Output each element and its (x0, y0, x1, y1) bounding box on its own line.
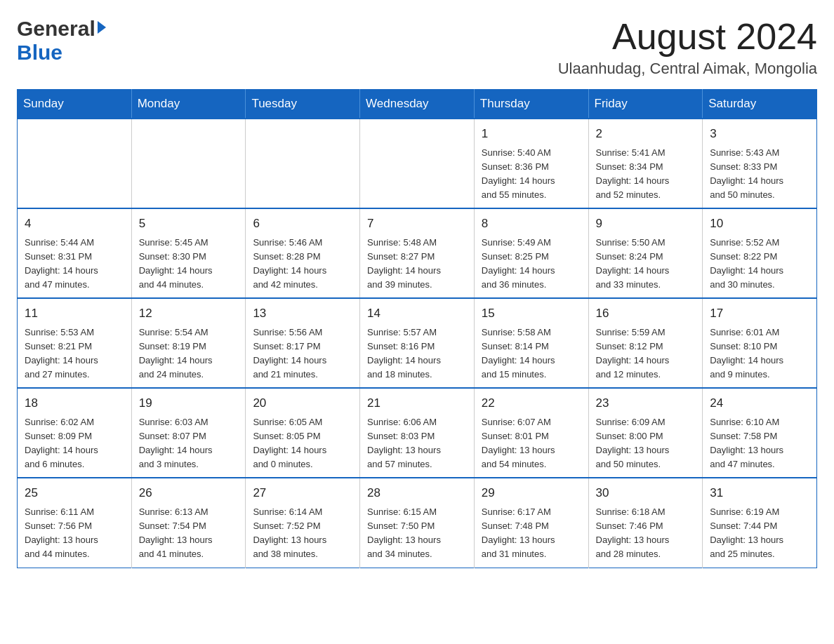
logo-blue-text: Blue (17, 41, 62, 64)
day-info: Sunrise: 6:19 AM Sunset: 7:44 PM Dayligh… (710, 505, 809, 562)
calendar-day-cell: 18Sunrise: 6:02 AM Sunset: 8:09 PM Dayli… (18, 388, 132, 478)
day-number: 22 (482, 394, 581, 412)
day-info: Sunrise: 5:50 AM Sunset: 8:24 PM Dayligh… (596, 236, 696, 293)
calendar-day-cell: 4Sunrise: 5:44 AM Sunset: 8:31 PM Daylig… (18, 208, 132, 298)
day-number: 20 (253, 394, 352, 412)
day-number: 11 (25, 304, 124, 323)
calendar-day-cell: 12Sunrise: 5:54 AM Sunset: 8:19 PM Dayli… (131, 298, 246, 388)
day-number: 18 (25, 394, 124, 412)
day-info: Sunrise: 6:18 AM Sunset: 7:46 PM Dayligh… (596, 505, 696, 562)
calendar-day-cell: 7Sunrise: 5:48 AM Sunset: 8:27 PM Daylig… (360, 208, 475, 298)
day-info: Sunrise: 5:54 AM Sunset: 8:19 PM Dayligh… (139, 326, 239, 382)
calendar-day-cell: 21Sunrise: 6:06 AM Sunset: 8:03 PM Dayli… (360, 388, 475, 478)
day-info: Sunrise: 5:57 AM Sunset: 8:16 PM Dayligh… (367, 326, 467, 382)
day-info: Sunrise: 6:09 AM Sunset: 8:00 PM Dayligh… (596, 415, 696, 472)
calendar-day-cell (131, 119, 246, 208)
page-header: General Blue August 2024 Ulaanhudag, Cen… (17, 17, 817, 78)
day-number: 17 (710, 304, 809, 323)
day-number: 14 (367, 304, 467, 323)
day-info: Sunrise: 5:56 AM Sunset: 8:17 PM Dayligh… (253, 326, 352, 382)
calendar-day-cell: 24Sunrise: 6:10 AM Sunset: 7:58 PM Dayli… (703, 388, 817, 478)
calendar-day-cell (246, 119, 360, 208)
calendar-day-cell: 27Sunrise: 6:14 AM Sunset: 7:52 PM Dayli… (246, 478, 360, 568)
day-number: 24 (710, 394, 809, 412)
calendar-day-cell: 20Sunrise: 6:05 AM Sunset: 8:05 PM Dayli… (246, 388, 360, 478)
logo: General Blue (17, 17, 106, 65)
calendar-day-cell: 28Sunrise: 6:15 AM Sunset: 7:50 PM Dayli… (360, 478, 475, 568)
title-block: August 2024 Ulaanhudag, Central Aimak, M… (558, 17, 817, 78)
calendar-day-cell: 29Sunrise: 6:17 AM Sunset: 7:48 PM Dayli… (474, 478, 588, 568)
day-info: Sunrise: 5:58 AM Sunset: 8:14 PM Dayligh… (482, 326, 581, 382)
day-info: Sunrise: 6:15 AM Sunset: 7:50 PM Dayligh… (367, 505, 467, 562)
calendar-day-cell: 1Sunrise: 5:40 AM Sunset: 8:36 PM Daylig… (474, 119, 588, 208)
day-info: Sunrise: 6:05 AM Sunset: 8:05 PM Dayligh… (253, 415, 352, 472)
day-number: 23 (596, 394, 696, 412)
calendar-day-cell: 2Sunrise: 5:41 AM Sunset: 8:34 PM Daylig… (588, 119, 703, 208)
logo-arrow-icon (98, 21, 106, 34)
day-number: 16 (596, 304, 696, 323)
calendar-day-cell: 16Sunrise: 5:59 AM Sunset: 8:12 PM Dayli… (588, 298, 703, 388)
day-info: Sunrise: 6:06 AM Sunset: 8:03 PM Dayligh… (367, 415, 467, 472)
day-of-week-header: Friday (588, 90, 703, 119)
day-number: 28 (367, 484, 467, 502)
day-info: Sunrise: 5:53 AM Sunset: 8:21 PM Dayligh… (25, 326, 124, 382)
calendar-day-cell: 8Sunrise: 5:49 AM Sunset: 8:25 PM Daylig… (474, 208, 588, 298)
calendar-day-cell: 10Sunrise: 5:52 AM Sunset: 8:22 PM Dayli… (703, 208, 817, 298)
day-info: Sunrise: 6:14 AM Sunset: 7:52 PM Dayligh… (253, 505, 352, 562)
day-number: 25 (25, 484, 124, 502)
day-number: 8 (482, 215, 581, 233)
day-info: Sunrise: 5:44 AM Sunset: 8:31 PM Dayligh… (25, 236, 124, 293)
calendar-day-cell: 26Sunrise: 6:13 AM Sunset: 7:54 PM Dayli… (131, 478, 246, 568)
day-of-week-header: Thursday (474, 90, 588, 119)
day-of-week-header: Wednesday (360, 90, 475, 119)
calendar-week-row: 4Sunrise: 5:44 AM Sunset: 8:31 PM Daylig… (18, 208, 817, 298)
calendar-day-cell: 13Sunrise: 5:56 AM Sunset: 8:17 PM Dayli… (246, 298, 360, 388)
calendar-day-cell: 5Sunrise: 5:45 AM Sunset: 8:30 PM Daylig… (131, 208, 246, 298)
day-of-week-header: Tuesday (246, 90, 360, 119)
day-number: 1 (482, 125, 581, 143)
day-number: 31 (710, 484, 809, 502)
day-info: Sunrise: 6:07 AM Sunset: 8:01 PM Dayligh… (482, 415, 581, 472)
calendar-week-row: 11Sunrise: 5:53 AM Sunset: 8:21 PM Dayli… (18, 298, 817, 388)
day-info: Sunrise: 6:02 AM Sunset: 8:09 PM Dayligh… (25, 415, 124, 472)
calendar-day-cell: 6Sunrise: 5:46 AM Sunset: 8:28 PM Daylig… (246, 208, 360, 298)
day-info: Sunrise: 6:03 AM Sunset: 8:07 PM Dayligh… (139, 415, 239, 472)
day-info: Sunrise: 5:45 AM Sunset: 8:30 PM Dayligh… (139, 236, 239, 293)
day-number: 12 (139, 304, 239, 323)
location-subtitle: Ulaanhudag, Central Aimak, Mongolia (558, 60, 817, 78)
day-info: Sunrise: 5:46 AM Sunset: 8:28 PM Dayligh… (253, 236, 352, 293)
calendar-day-cell: 3Sunrise: 5:43 AM Sunset: 8:33 PM Daylig… (703, 119, 817, 208)
calendar-header-row: SundayMondayTuesdayWednesdayThursdayFrid… (18, 90, 817, 119)
day-number: 3 (710, 125, 809, 143)
calendar-week-row: 18Sunrise: 6:02 AM Sunset: 8:09 PM Dayli… (18, 388, 817, 478)
calendar-day-cell: 23Sunrise: 6:09 AM Sunset: 8:00 PM Dayli… (588, 388, 703, 478)
day-info: Sunrise: 5:41 AM Sunset: 8:34 PM Dayligh… (596, 146, 696, 203)
calendar-week-row: 1Sunrise: 5:40 AM Sunset: 8:36 PM Daylig… (18, 119, 817, 208)
day-number: 6 (253, 215, 352, 233)
day-number: 27 (253, 484, 352, 502)
day-info: Sunrise: 6:11 AM Sunset: 7:56 PM Dayligh… (25, 505, 124, 562)
day-number: 10 (710, 215, 809, 233)
calendar-day-cell: 22Sunrise: 6:07 AM Sunset: 8:01 PM Dayli… (474, 388, 588, 478)
calendar-table: SundayMondayTuesdayWednesdayThursdayFrid… (17, 89, 817, 568)
day-of-week-header: Monday (131, 90, 246, 119)
day-number: 5 (139, 215, 239, 233)
day-number: 29 (482, 484, 581, 502)
day-number: 26 (139, 484, 239, 502)
calendar-day-cell: 19Sunrise: 6:03 AM Sunset: 8:07 PM Dayli… (131, 388, 246, 478)
day-info: Sunrise: 6:17 AM Sunset: 7:48 PM Dayligh… (482, 505, 581, 562)
day-of-week-header: Saturday (703, 90, 817, 119)
day-info: Sunrise: 5:52 AM Sunset: 8:22 PM Dayligh… (710, 236, 809, 293)
calendar-day-cell: 11Sunrise: 5:53 AM Sunset: 8:21 PM Dayli… (18, 298, 132, 388)
day-info: Sunrise: 5:59 AM Sunset: 8:12 PM Dayligh… (596, 326, 696, 382)
calendar-day-cell: 17Sunrise: 6:01 AM Sunset: 8:10 PM Dayli… (703, 298, 817, 388)
calendar-day-cell: 15Sunrise: 5:58 AM Sunset: 8:14 PM Dayli… (474, 298, 588, 388)
day-info: Sunrise: 5:43 AM Sunset: 8:33 PM Dayligh… (710, 146, 809, 203)
day-number: 21 (367, 394, 467, 412)
day-info: Sunrise: 5:48 AM Sunset: 8:27 PM Dayligh… (367, 236, 467, 293)
day-number: 2 (596, 125, 696, 143)
day-number: 4 (25, 215, 124, 233)
day-info: Sunrise: 5:40 AM Sunset: 8:36 PM Dayligh… (482, 146, 581, 203)
day-info: Sunrise: 6:01 AM Sunset: 8:10 PM Dayligh… (710, 326, 809, 382)
calendar-day-cell: 14Sunrise: 5:57 AM Sunset: 8:16 PM Dayli… (360, 298, 475, 388)
